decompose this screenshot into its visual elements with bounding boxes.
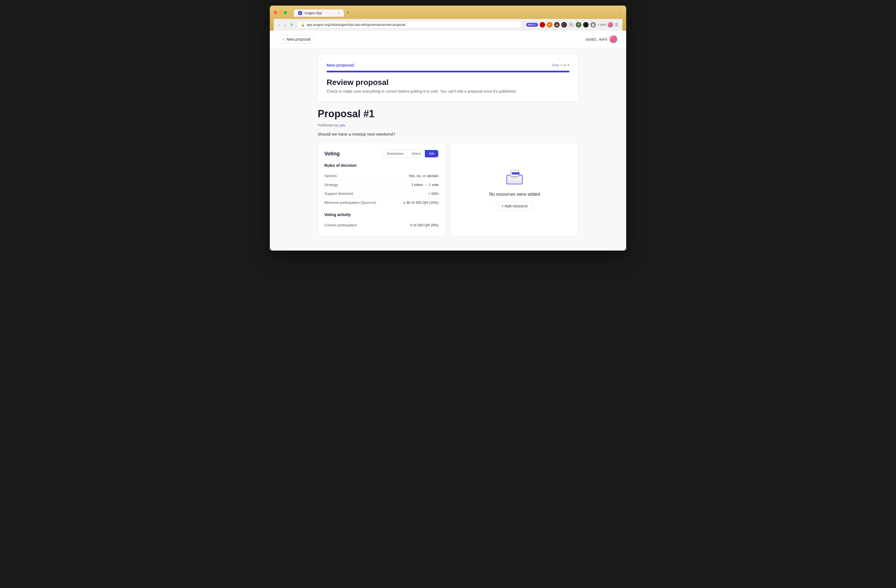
back-button-label: New proposal	[286, 37, 311, 41]
wallet-address: 0x58D...4eF8	[585, 37, 607, 41]
rule-label-options: Options	[325, 174, 337, 178]
window-chevron-icon: ⌄	[620, 11, 622, 14]
rule-label-strategy: Strategy	[325, 183, 338, 187]
rules-rows: Options Yes, no, or abstain Strategy 1 t…	[325, 172, 439, 207]
review-title: Review proposal	[327, 78, 569, 87]
proposal-title: Proposal #1	[318, 108, 578, 120]
back-nav-button[interactable]: ‹	[277, 22, 281, 27]
two-col-layout: Voting Breakdown Voters Info Rules of de…	[318, 143, 578, 236]
tab-close-icon[interactable]: ×	[338, 11, 340, 15]
progress-bar-container	[327, 71, 569, 72]
rule-row-options: Options Yes, no, or abstain	[325, 172, 439, 180]
new-tab-button[interactable]: +	[344, 8, 351, 17]
lock-icon: 🔒	[301, 23, 305, 27]
tab-favicon-icon: A	[298, 11, 302, 15]
back-button[interactable]: ‹ New proposal	[279, 35, 314, 43]
app-header: ‹ New proposal 0x58D...4eF8	[270, 30, 626, 48]
vpn-label: • VPN	[597, 23, 606, 26]
rule-row-threshold: Support threshold > 50%	[325, 189, 439, 198]
proposal-description: Should we have a meetup next weekend?	[318, 132, 578, 136]
main-content: New proposal Step 4 of 4 Review proposal…	[309, 55, 587, 247]
tab-voters[interactable]: Voters	[408, 150, 425, 157]
tab-info[interactable]: Info	[425, 150, 438, 157]
step-header: New proposal Step 4 of 4	[327, 62, 569, 67]
close-window-button[interactable]	[274, 11, 277, 14]
forward-nav-button[interactable]: ›	[283, 22, 287, 27]
voting-card-title: Voting	[325, 151, 340, 157]
tab-title: Aragon App	[304, 11, 322, 15]
no-resources-text: No resources were added	[489, 192, 540, 197]
extension-icon-7[interactable]: 📋	[590, 22, 596, 27]
app-content: ‹ New proposal 0x58D...4eF8 New proposal…	[270, 30, 626, 251]
rule-value-strategy: 1 token → 1 vote	[411, 183, 439, 187]
step-counter: Step 4 of 4	[552, 63, 569, 67]
extension-icon-6[interactable]: ◻	[583, 22, 588, 27]
traffic-lights	[274, 11, 287, 14]
rule-row-quorum: Minimum participation (Quorum) ≥ 30 of 2…	[325, 198, 439, 207]
published-by-prefix: Published by	[318, 123, 340, 127]
voting-card: Voting Breakdown Voters Info Rules of de…	[318, 143, 445, 236]
step-title: New proposal	[327, 62, 354, 67]
maximize-window-button[interactable]	[284, 11, 287, 14]
back-chevron-icon: ‹	[283, 37, 284, 41]
rule-value-quorum: ≥ 30 of 200 QN (15%)	[404, 200, 439, 205]
wallet-info: 0x58D...4eF8	[585, 35, 617, 43]
activity-row-participation: Current participation 0 of 200 QN (0%)	[325, 221, 439, 229]
published-by: Published by you	[318, 123, 578, 127]
resources-card: No resources were added + Add resource	[451, 143, 578, 236]
browser-titlebar: A Aragon App × + ⌄ ‹ › ↻ 🔒 app.aragon.or…	[270, 6, 626, 30]
activity-value-participation: 0 of 200 QN (0%)	[410, 223, 439, 227]
browser-nav: ‹ › ↻ 🔒 app.aragon.org/#/daos/goerli/qn.…	[274, 19, 622, 30]
rule-value-threshold: > 50%	[428, 192, 439, 196]
voting-tab-group: Breakdown Voters Info	[383, 150, 439, 158]
tab-breakdown[interactable]: Breakdown	[383, 150, 408, 157]
svg-rect-5	[512, 172, 520, 175]
browser-tab-bar: A Aragon App × +	[294, 8, 617, 17]
activity-section-title: Voting activity	[325, 212, 439, 217]
inbox-illustration-icon	[504, 168, 524, 186]
extension-icon-2[interactable]: 🦊	[554, 22, 560, 27]
rule-row-strategy: Strategy 1 token → 1 vote	[325, 180, 439, 189]
published-by-link[interactable]: you	[340, 123, 345, 127]
activity-section: Voting activity Current participation 0 …	[325, 212, 439, 229]
voting-header: Voting Breakdown Voters Info	[325, 150, 439, 158]
browser-extensions: IPFS ✓ 🛡 🔔 🦊 ⭕ 🔧 🧩 ◻ 📋 • VPN ☰	[526, 22, 619, 27]
browser-window: A Aragon App × + ⌄ ‹ › ↻ 🔒 app.aragon.or…	[270, 6, 626, 251]
rules-section-title: Rules of decision	[325, 163, 439, 168]
refresh-nav-button[interactable]: ↻	[289, 22, 294, 27]
extension-icon-5[interactable]: 🧩	[576, 22, 581, 27]
step-card: New proposal Step 4 of 4 Review proposal…	[318, 55, 578, 101]
activity-label-participation: Current participation	[325, 223, 357, 227]
add-resource-button[interactable]: + Add resource	[495, 201, 534, 211]
extension-icon-3[interactable]: ⭕	[561, 22, 567, 27]
brave-shield-icon[interactable]: 🛡	[539, 22, 545, 27]
extension-icon-1[interactable]: 🔔	[547, 22, 552, 27]
browser-controls: A Aragon App × + ⌄	[274, 8, 622, 17]
ipfs-extension-badge[interactable]: IPFS ✓	[526, 23, 538, 27]
browser-menu-icon[interactable]: ☰	[615, 23, 619, 27]
user-avatar[interactable]	[610, 35, 617, 43]
progress-bar-fill	[327, 71, 569, 72]
no-resources-icon	[504, 168, 524, 187]
address-bar[interactable]: 🔒 app.aragon.org/#/daos/goerli/qn.dao.et…	[297, 21, 522, 28]
rule-label-threshold: Support threshold	[325, 192, 353, 196]
rule-value-options: Yes, no, or abstain	[409, 174, 439, 178]
user-avatar-small[interactable]	[608, 22, 613, 27]
review-subtitle: Check to make sure everything is correct…	[327, 89, 569, 93]
active-browser-tab[interactable]: A Aragon App ×	[294, 9, 344, 17]
rule-label-quorum: Minimum participation (Quorum)	[325, 200, 376, 205]
minimize-window-button[interactable]	[279, 11, 282, 14]
extension-icon-4[interactable]: 🔧	[568, 22, 574, 27]
url-text: app.aragon.org/#/daos/goerli/qn.dao.eth/…	[306, 23, 405, 27]
